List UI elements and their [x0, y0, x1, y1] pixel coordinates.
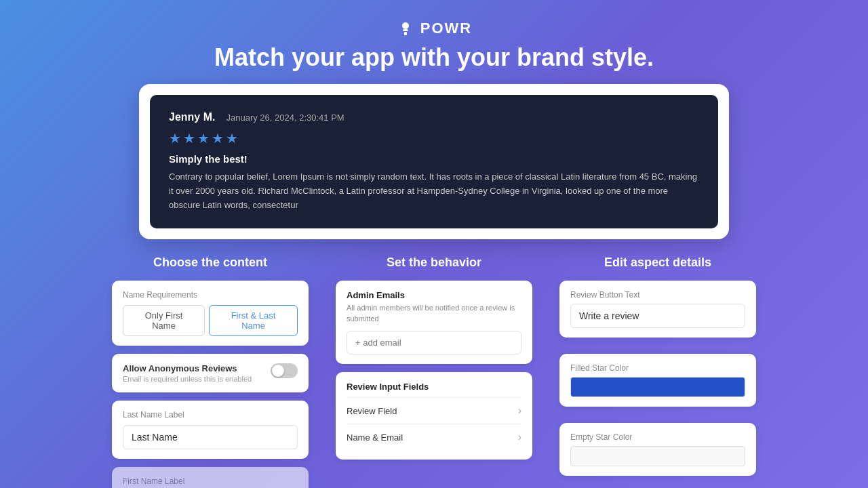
last-name-label: Last Name Label	[123, 410, 298, 420]
review-fields-panel: Review Input Fields Review Field › Name …	[336, 372, 532, 460]
allow-anonymous-sublabel: Email is required unless this is enabled	[123, 375, 271, 383]
review-preview-container: Jenny M. January 26, 2024, 2:30:41 PM ★ …	[139, 84, 729, 239]
allow-anonymous-panel: Allow Anonymous Reviews Email is require…	[112, 354, 309, 392]
page-title: Match your app with your brand style.	[0, 43, 868, 72]
empty-star-color-label: Empty Star Color	[570, 432, 745, 442]
bottom-section: Choose the content Name Requirements Onl…	[0, 239, 868, 488]
logo-text: POWR	[420, 20, 472, 37]
star-rating: ★ ★ ★ ★ ★	[169, 130, 699, 146]
review-field-label-2: Name & Email	[347, 432, 403, 443]
review-card: Jenny M. January 26, 2024, 2:30:41 PM ★ …	[150, 95, 718, 228]
first-name-panel: First Name Label	[112, 467, 309, 488]
star-2: ★	[183, 130, 195, 146]
filled-star-color-swatch[interactable]	[570, 377, 745, 397]
review-field-item-1[interactable]: Review Field ›	[347, 397, 521, 424]
content-column-title: Choose the content	[153, 256, 267, 270]
review-field-label-1: Review Field	[347, 406, 397, 416]
chevron-right-icon-2: ›	[518, 431, 521, 443]
first-name-label: First Name Label	[123, 476, 298, 486]
last-name-input[interactable]	[123, 425, 298, 449]
review-date: January 26, 2024, 2:30:41 PM	[226, 113, 344, 123]
behavior-column: Set the behavior Admin Emails All admin …	[336, 256, 532, 488]
first-last-name-button[interactable]: First & Last Name	[209, 305, 298, 336]
aspect-column: Edit aspect details Review Button Text F…	[559, 256, 756, 488]
filled-star-color-label: Filled Star Color	[570, 363, 745, 373]
star-5: ★	[226, 130, 238, 146]
name-toggle-group: Only First Name First & Last Name	[123, 305, 298, 336]
star-4: ★	[212, 130, 224, 146]
review-button-label: Review Button Text	[570, 290, 745, 300]
behavior-column-title: Set the behavior	[387, 256, 481, 270]
review-header: Jenny M. January 26, 2024, 2:30:41 PM	[169, 111, 699, 123]
review-title: Simply the best!	[169, 153, 699, 165]
admin-emails-desc: All admin members will be notified once …	[347, 303, 521, 324]
name-requirements-label: Name Requirements	[123, 290, 298, 300]
header: POWR Match your app with your brand styl…	[0, 0, 868, 84]
allow-anonymous-info: Allow Anonymous Reviews Email is require…	[123, 363, 271, 383]
powr-icon	[396, 19, 415, 38]
review-field-item-2[interactable]: Name & Email ›	[347, 424, 521, 450]
last-name-panel: Last Name Label	[112, 401, 309, 459]
svg-point-0	[402, 22, 409, 29]
star-3: ★	[197, 130, 210, 146]
svg-rect-2	[404, 32, 407, 35]
only-first-name-button[interactable]: Only First Name	[123, 305, 205, 336]
allow-anonymous-label: Allow Anonymous Reviews	[123, 363, 271, 373]
reviewer-name: Jenny M.	[169, 111, 215, 123]
allow-anonymous-switch[interactable]	[271, 363, 298, 378]
switch-thumb	[272, 365, 284, 377]
empty-star-color-swatch[interactable]	[570, 446, 745, 466]
name-requirements-panel: Name Requirements Only First Name First …	[112, 281, 309, 346]
star-1: ★	[169, 130, 181, 146]
svg-rect-1	[403, 29, 408, 31]
aspect-column-title: Edit aspect details	[604, 256, 711, 270]
filled-star-color-panel: Filled Star Color	[559, 354, 756, 407]
allow-anonymous-row: Allow Anonymous Reviews Email is require…	[123, 363, 298, 383]
content-column: Choose the content Name Requirements Onl…	[112, 256, 309, 488]
review-button-input[interactable]	[570, 304, 745, 328]
review-button-panel: Review Button Text	[559, 281, 756, 338]
review-fields-title: Review Input Fields	[347, 382, 521, 392]
admin-emails-panel: Admin Emails All admin members will be n…	[336, 281, 532, 364]
admin-emails-title: Admin Emails	[347, 290, 521, 300]
logo: POWR	[0, 19, 868, 38]
review-body: Contrary to popular belief, Lorem Ipsum …	[169, 170, 699, 212]
add-email-input[interactable]	[347, 331, 521, 354]
chevron-right-icon-1: ›	[518, 405, 521, 417]
empty-star-color-panel: Empty Star Color	[559, 423, 756, 476]
switch-track	[271, 363, 298, 378]
